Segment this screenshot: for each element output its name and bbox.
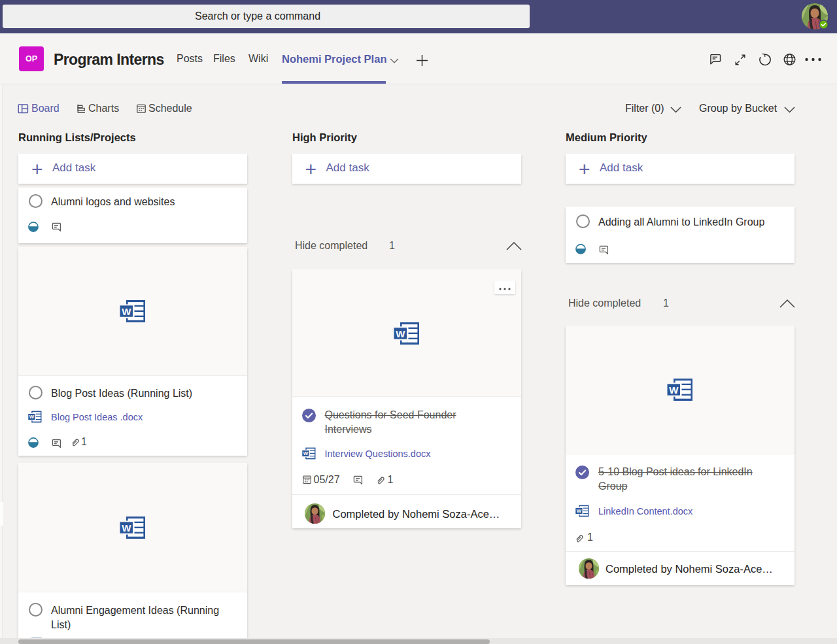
svg-text:W: W bbox=[303, 450, 308, 456]
svg-text:W: W bbox=[122, 522, 131, 534]
svg-text:W: W bbox=[669, 384, 679, 396]
svg-text:W: W bbox=[396, 328, 405, 339]
svg-text:W: W bbox=[577, 508, 582, 514]
svg-text:W: W bbox=[29, 414, 35, 420]
svg-text:W: W bbox=[122, 306, 131, 317]
